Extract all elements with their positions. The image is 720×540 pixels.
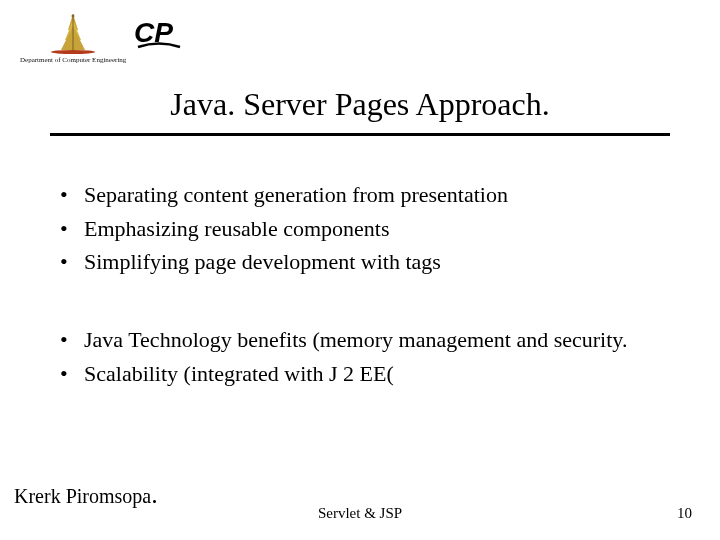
footer-page-number: 10 [677, 505, 692, 522]
bullet-group-a: Separating content generation from prese… [60, 180, 670, 277]
header-logos: Department of Computer Engineering CP [20, 12, 184, 64]
phra-kiao-icon [50, 12, 96, 54]
svg-point-1 [72, 15, 75, 18]
slide-content: Separating content generation from prese… [60, 180, 670, 392]
cp-logo: CP [134, 14, 184, 56]
title-area: Java. Server Pages Approach. [0, 86, 720, 136]
author-name: Krerk Piromsopa [14, 485, 151, 507]
list-item: Java Technology benefits (memory managem… [60, 325, 670, 355]
footer-topic: Servlet & JSP [0, 505, 720, 522]
list-item: Simplifying page development with tags [60, 247, 670, 277]
list-item: Emphasizing reusable components [60, 214, 670, 244]
bullet-group-b: Java Technology benefits (memory managem… [60, 325, 670, 388]
svg-point-0 [51, 50, 95, 54]
cp-icon: CP [134, 14, 184, 52]
dept-logo: Department of Computer Engineering [20, 12, 126, 64]
title-underline [50, 133, 670, 136]
list-item: Separating content generation from prese… [60, 180, 670, 210]
list-item: Scalability (integrated with J 2 EE( [60, 359, 670, 389]
dept-label: Department of Computer Engineering [20, 56, 126, 64]
page-title: Java. Server Pages Approach. [0, 86, 720, 123]
